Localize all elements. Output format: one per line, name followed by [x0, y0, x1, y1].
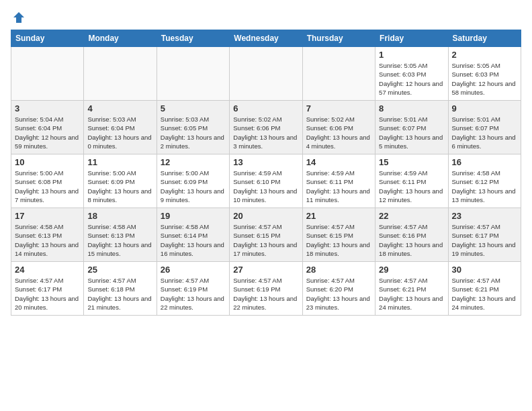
day-number: 7	[306, 103, 371, 113]
day-number: 20	[233, 211, 298, 221]
calendar-week-row: 1Sunrise: 5:05 AM Sunset: 6:03 PM Daylig…	[11, 47, 521, 101]
day-number: 27	[233, 265, 298, 275]
day-number: 17	[15, 211, 80, 221]
day-info: Sunrise: 5:00 AM Sunset: 6:09 PM Dayligh…	[87, 169, 152, 204]
day-number: 18	[87, 211, 152, 221]
calendar-header-tuesday: Tuesday	[157, 30, 229, 47]
day-info: Sunrise: 4:58 AM Sunset: 6:13 PM Dayligh…	[15, 222, 80, 258]
day-info: Sunrise: 5:01 AM Sunset: 6:07 PM Dayligh…	[452, 115, 517, 150]
page-header	[11, 11, 521, 24]
day-number: 10	[15, 157, 80, 167]
calendar-header-thursday: Thursday	[302, 30, 375, 47]
calendar-cell	[84, 47, 157, 101]
calendar-cell: 1Sunrise: 5:05 AM Sunset: 6:03 PM Daylig…	[375, 47, 448, 101]
calendar-cell: 2Sunrise: 5:05 AM Sunset: 6:03 PM Daylig…	[448, 47, 521, 101]
calendar-cell: 29Sunrise: 4:57 AM Sunset: 6:21 PM Dayli…	[375, 262, 448, 316]
day-info: Sunrise: 4:58 AM Sunset: 6:14 PM Dayligh…	[161, 222, 226, 258]
day-info: Sunrise: 4:57 AM Sunset: 6:20 PM Dayligh…	[306, 276, 371, 312]
day-number: 9	[452, 103, 517, 113]
calendar-cell: 15Sunrise: 4:59 AM Sunset: 6:11 PM Dayli…	[375, 154, 448, 208]
calendar-cell: 8Sunrise: 5:01 AM Sunset: 6:07 PM Daylig…	[375, 101, 448, 154]
calendar-week-row: 24Sunrise: 4:57 AM Sunset: 6:17 PM Dayli…	[11, 262, 521, 316]
calendar-cell: 11Sunrise: 5:00 AM Sunset: 6:09 PM Dayli…	[84, 154, 157, 208]
day-info: Sunrise: 4:58 AM Sunset: 6:12 PM Dayligh…	[452, 169, 517, 204]
day-info: Sunrise: 4:57 AM Sunset: 6:18 PM Dayligh…	[87, 276, 152, 312]
day-info: Sunrise: 5:05 AM Sunset: 6:03 PM Dayligh…	[379, 61, 444, 97]
day-number: 5	[161, 103, 226, 113]
day-number: 2	[452, 50, 517, 60]
calendar-cell: 16Sunrise: 4:58 AM Sunset: 6:12 PM Dayli…	[448, 154, 521, 208]
day-number: 6	[233, 103, 298, 113]
calendar-cell: 25Sunrise: 4:57 AM Sunset: 6:18 PM Dayli…	[84, 262, 157, 316]
calendar-cell	[11, 47, 84, 101]
day-number: 13	[233, 157, 298, 167]
day-number: 25	[87, 265, 152, 275]
calendar-header-monday: Monday	[84, 30, 157, 47]
calendar-cell: 5Sunrise: 5:03 AM Sunset: 6:05 PM Daylig…	[157, 101, 229, 154]
calendar-cell: 18Sunrise: 4:58 AM Sunset: 6:13 PM Dayli…	[84, 208, 157, 262]
day-number: 8	[379, 103, 444, 113]
calendar-cell: 21Sunrise: 4:57 AM Sunset: 6:15 PM Dayli…	[302, 208, 375, 262]
calendar-week-row: 17Sunrise: 4:58 AM Sunset: 6:13 PM Dayli…	[11, 208, 521, 262]
calendar-week-row: 3Sunrise: 5:04 AM Sunset: 6:04 PM Daylig…	[11, 101, 521, 154]
logo-icon	[12, 11, 26, 24]
calendar-cell: 22Sunrise: 4:57 AM Sunset: 6:16 PM Dayli…	[375, 208, 448, 262]
day-info: Sunrise: 4:57 AM Sunset: 6:17 PM Dayligh…	[452, 222, 517, 258]
calendar-header-wednesday: Wednesday	[230, 30, 302, 47]
day-number: 15	[379, 157, 444, 167]
calendar-cell	[157, 47, 229, 101]
day-info: Sunrise: 5:00 AM Sunset: 6:08 PM Dayligh…	[15, 169, 80, 204]
day-number: 24	[15, 265, 80, 275]
calendar-cell	[230, 47, 302, 101]
day-info: Sunrise: 4:57 AM Sunset: 6:16 PM Dayligh…	[379, 222, 444, 258]
day-number: 30	[452, 265, 517, 275]
calendar-cell: 12Sunrise: 5:00 AM Sunset: 6:09 PM Dayli…	[157, 154, 229, 208]
calendar-week-row: 10Sunrise: 5:00 AM Sunset: 6:08 PM Dayli…	[11, 154, 521, 208]
calendar-cell	[302, 47, 375, 101]
calendar-cell: 23Sunrise: 4:57 AM Sunset: 6:17 PM Dayli…	[448, 208, 521, 262]
calendar-cell: 28Sunrise: 4:57 AM Sunset: 6:20 PM Dayli…	[302, 262, 375, 316]
day-info: Sunrise: 5:01 AM Sunset: 6:07 PM Dayligh…	[379, 115, 444, 150]
calendar-header-row: SundayMondayTuesdayWednesdayThursdayFrid…	[11, 30, 521, 47]
calendar-cell: 14Sunrise: 4:59 AM Sunset: 6:11 PM Dayli…	[302, 154, 375, 208]
day-number: 1	[379, 50, 444, 60]
day-info: Sunrise: 4:57 AM Sunset: 6:19 PM Dayligh…	[161, 276, 226, 312]
day-info: Sunrise: 5:03 AM Sunset: 6:05 PM Dayligh…	[161, 115, 226, 150]
day-number: 19	[161, 211, 226, 221]
day-info: Sunrise: 5:04 AM Sunset: 6:04 PM Dayligh…	[15, 115, 80, 150]
day-info: Sunrise: 4:57 AM Sunset: 6:19 PM Dayligh…	[233, 276, 298, 312]
calendar-header-sunday: Sunday	[11, 30, 84, 47]
day-number: 4	[87, 103, 152, 113]
calendar-cell: 30Sunrise: 4:57 AM Sunset: 6:21 PM Dayli…	[448, 262, 521, 316]
day-info: Sunrise: 5:02 AM Sunset: 6:06 PM Dayligh…	[306, 115, 371, 150]
day-info: Sunrise: 5:00 AM Sunset: 6:09 PM Dayligh…	[161, 169, 226, 204]
calendar-cell: 20Sunrise: 4:57 AM Sunset: 6:15 PM Dayli…	[230, 208, 302, 262]
day-info: Sunrise: 5:02 AM Sunset: 6:06 PM Dayligh…	[233, 115, 298, 150]
calendar-cell: 10Sunrise: 5:00 AM Sunset: 6:08 PM Dayli…	[11, 154, 84, 208]
calendar-table: SundayMondayTuesdayWednesdayThursdayFrid…	[11, 30, 521, 316]
calendar-cell: 7Sunrise: 5:02 AM Sunset: 6:06 PM Daylig…	[302, 101, 375, 154]
calendar-cell: 24Sunrise: 4:57 AM Sunset: 6:17 PM Dayli…	[11, 262, 84, 316]
day-info: Sunrise: 4:57 AM Sunset: 6:15 PM Dayligh…	[233, 222, 298, 258]
day-number: 29	[379, 265, 444, 275]
calendar-cell: 26Sunrise: 4:57 AM Sunset: 6:19 PM Dayli…	[157, 262, 229, 316]
day-info: Sunrise: 4:59 AM Sunset: 6:11 PM Dayligh…	[306, 169, 371, 204]
day-info: Sunrise: 4:59 AM Sunset: 6:11 PM Dayligh…	[379, 169, 444, 204]
day-number: 14	[306, 157, 371, 167]
day-info: Sunrise: 4:57 AM Sunset: 6:15 PM Dayligh…	[306, 222, 371, 258]
day-info: Sunrise: 4:59 AM Sunset: 6:10 PM Dayligh…	[233, 169, 298, 204]
day-info: Sunrise: 4:57 AM Sunset: 6:17 PM Dayligh…	[15, 276, 80, 312]
day-info: Sunrise: 4:57 AM Sunset: 6:21 PM Dayligh…	[452, 276, 517, 312]
calendar-header-saturday: Saturday	[448, 30, 521, 47]
day-number: 23	[452, 211, 517, 221]
calendar-cell: 13Sunrise: 4:59 AM Sunset: 6:10 PM Dayli…	[230, 154, 302, 208]
calendar-cell: 9Sunrise: 5:01 AM Sunset: 6:07 PM Daylig…	[448, 101, 521, 154]
day-number: 3	[15, 103, 80, 113]
day-info: Sunrise: 4:57 AM Sunset: 6:21 PM Dayligh…	[379, 276, 444, 312]
day-number: 22	[379, 211, 444, 221]
calendar-cell: 4Sunrise: 5:03 AM Sunset: 6:04 PM Daylig…	[84, 101, 157, 154]
day-number: 11	[87, 157, 152, 167]
day-info: Sunrise: 4:58 AM Sunset: 6:13 PM Dayligh…	[87, 222, 152, 258]
svg-marker-0	[13, 12, 24, 23]
logo	[11, 11, 26, 24]
